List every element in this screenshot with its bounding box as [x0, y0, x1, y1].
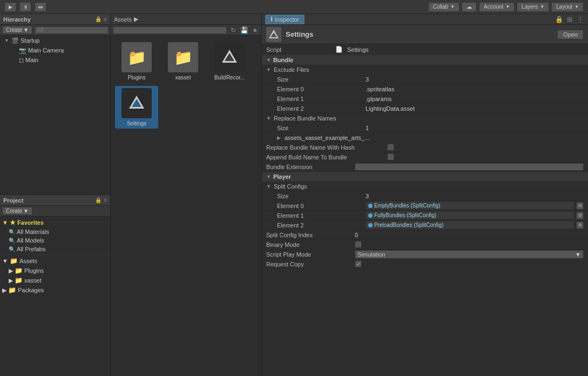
packages-folder-icon: 📁 [8, 286, 16, 294]
project-toolbar: Create ▼ [0, 206, 110, 217]
script-row: Script 📄 Settings [262, 44, 588, 55]
script-file-icon: 📄 [335, 46, 343, 53]
account-label: Account [484, 4, 503, 10]
rbn-item-label: assets_xasset_example_arts_... [285, 135, 584, 141]
refresh-icon[interactable]: ↻ [229, 26, 238, 35]
file-item-plugins[interactable]: 📁 Plugins [115, 40, 158, 83]
xasset-folder-icon: 📁 [15, 277, 23, 284]
append-build-name-row: Append Build Name To Bundle [262, 152, 588, 162]
split-configs-size-row: Size 3 [262, 191, 588, 201]
split-element1-row: Element 1 FullyBundles (SplitConfig) ⊙ [262, 211, 588, 220]
fav-all-models[interactable]: 🔍 All Models [0, 236, 110, 245]
play-button[interactable]: ▶ [4, 2, 16, 12]
assets-xasset-item[interactable]: ▶ 📁 xasset [0, 276, 110, 285]
collab-button[interactable]: Collab ▼ [428, 2, 459, 12]
element1-value: .giparams [366, 96, 584, 102]
hierarchy-menu-icon[interactable]: ≡ [104, 16, 107, 22]
buildrecord-file-label: BuildRecor... [214, 75, 245, 80]
step-button[interactable]: ⏭ [35, 2, 46, 12]
bundle-arrow: ▼ [266, 57, 271, 63]
file-item-xasset[interactable]: 📁 xasset [161, 40, 205, 83]
startup-label: Startup [21, 37, 39, 44]
split-element0-select[interactable]: ⊙ [576, 202, 584, 210]
account-button[interactable]: Account ▼ [479, 2, 515, 12]
hierarchy-toolbar: Create ▼ [0, 25, 110, 36]
hierarchy-main-camera-item[interactable]: 📷 Main Camera [0, 45, 110, 55]
startup-scene-icon: 🎬 [11, 37, 19, 44]
hierarchy-startup-item[interactable]: ▼ 🎬 Startup [0, 36, 110, 45]
buildrecord-file-icon [214, 42, 245, 72]
split-configs-arrow: ▼ [266, 184, 272, 189]
hierarchy-create-button[interactable]: Create ▼ [2, 26, 32, 34]
request-copy-checkbox[interactable]: ✓ [355, 260, 362, 267]
split-config-dot-1 [368, 213, 373, 218]
split-element2-select[interactable]: ⊙ [576, 221, 584, 229]
rbnh-checkbox[interactable] [387, 144, 394, 151]
script-play-mode-select[interactable]: Simulation ▼ [355, 250, 584, 259]
project-lock-icon[interactable]: 🔒 [95, 197, 102, 203]
assets-root-item[interactable]: ▼ 📁 Assets [0, 256, 110, 266]
replace-bundle-name-hash-row: Replace Bundle Name With Hash [262, 143, 588, 152]
xasset-label: xasset [24, 277, 42, 284]
split-element0-ref[interactable]: EmptyBundles (SplitConfig) [366, 202, 574, 210]
save-icon[interactable]: 💾 [240, 26, 248, 35]
hierarchy-lock-icon[interactable]: 🔒 [95, 16, 102, 22]
inspector-lock-icon[interactable]: 🔒 [555, 15, 563, 24]
script-label: Script [266, 46, 331, 53]
split-element1-ref[interactable]: FullyBundles (SplitConfig) [366, 211, 574, 219]
bundle-ext-input[interactable] [355, 163, 584, 171]
inspector-more-icon[interactable]: ⋮ [576, 15, 585, 24]
exclude-files-arrow: ▼ [266, 67, 272, 72]
star-icon[interactable]: ★ [251, 26, 259, 35]
assets-search-input[interactable] [113, 26, 227, 34]
script-play-mode-row: Script Play Mode Simulation ▼ [262, 250, 588, 259]
bundle-section-header[interactable]: ▼ Bundle [262, 55, 588, 65]
split-configs-size-label: Size [277, 193, 363, 199]
inspector-grid-icon[interactable]: ⊞ [565, 15, 574, 24]
breadcrumb-assets: Assets [114, 16, 132, 23]
replace-bundle-names-header: ▼ Replace Bundle Names [262, 113, 588, 123]
player-section-label: Player [273, 173, 291, 180]
open-button[interactable]: Open [557, 30, 584, 39]
assets-packages-item[interactable]: ▶ 📁 Packages [0, 285, 110, 295]
hierarchy-main-item[interactable]: ◻ Main [0, 55, 110, 65]
layout-arrow: ▼ [575, 4, 579, 9]
project-title: Project [3, 197, 23, 204]
split-element2-ref[interactable]: PreloadBundles (SplitConfig) [366, 221, 574, 229]
assets-plugins-item[interactable]: ▶ 📁 Plugins [0, 266, 110, 276]
middle-toolbar: ↻ 💾 ★ [111, 25, 261, 36]
project-menu-icon[interactable]: ≡ [104, 197, 107, 203]
settings-unity-icon [266, 27, 281, 42]
account-arrow: ▼ [505, 4, 510, 9]
settings-file-icon [121, 88, 152, 118]
inspector-tab[interactable]: ℹ Inspector [265, 15, 305, 24]
player-arrow: ▼ [266, 174, 271, 179]
fav-models-label: All Models [17, 237, 44, 244]
fav-all-prefabs[interactable]: 🔍 All Prefabs [0, 245, 110, 253]
split-element1-select[interactable]: ⊙ [576, 212, 584, 219]
favorites-header[interactable]: ▼ ★ Favorites [0, 218, 110, 227]
file-item-settings[interactable]: Settings [115, 86, 158, 129]
bundle-ext-label: Bundle Extension [266, 164, 353, 170]
startup-arrow: ▼ [4, 38, 10, 43]
player-section-header[interactable]: ▼ Player [262, 172, 588, 182]
file-item-buildrecord[interactable]: BuildRecor... [208, 40, 251, 83]
layers-button[interactable]: Layers ▼ [517, 2, 549, 12]
xasset-file-icon: 📁 [168, 42, 198, 72]
layout-button[interactable]: Layout ▼ [551, 2, 584, 12]
cloud-button[interactable]: ☁ [462, 2, 477, 12]
camera-icon: 📷 [19, 47, 26, 54]
element2-value: LightingData.asset [366, 105, 584, 112]
project-create-button[interactable]: Create ▼ [2, 207, 32, 215]
favorites-arrow: ▼ [2, 219, 8, 226]
exclude-files-label: Exclude Files [274, 66, 360, 73]
hierarchy-title: Hierarchy [3, 16, 31, 23]
script-play-mode-arrow: ▼ [575, 251, 581, 258]
binary-mode-checkbox[interactable] [355, 241, 362, 248]
element2-row: Element 2 LightingData.asset [262, 104, 588, 113]
element1-row: Element 1 .giparams [262, 94, 588, 104]
abntb-checkbox[interactable] [387, 153, 394, 160]
fav-all-materials[interactable]: 🔍 All Materials [0, 227, 110, 236]
pause-button[interactable]: ⏸ [19, 2, 31, 12]
hierarchy-search-input[interactable] [35, 26, 109, 34]
